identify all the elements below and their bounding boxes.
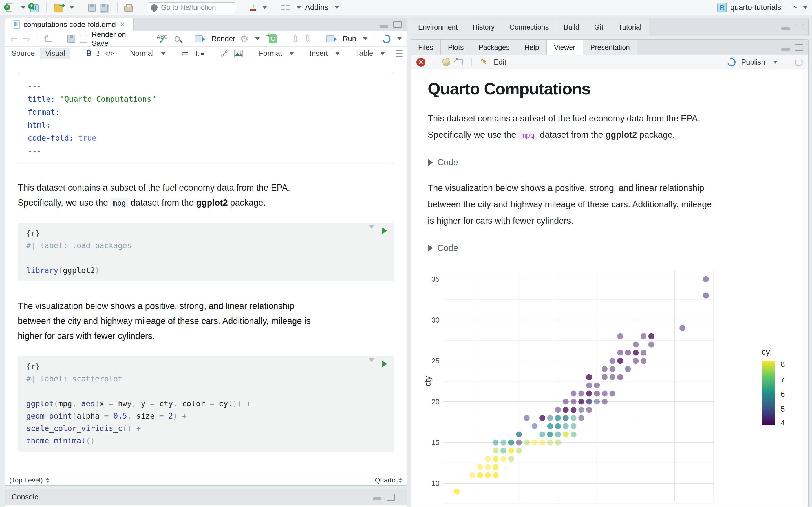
run-previous-icon[interactable]: ⇧ — [292, 34, 299, 44]
table-caret[interactable] — [380, 52, 385, 55]
popout-editor-icon[interactable] — [45, 36, 52, 42]
format-caret[interactable] — [289, 52, 294, 55]
code-chunk-load-packages[interactable]: {r}#| label: load-packages library(ggplo… — [18, 223, 395, 281]
image-icon[interactable] — [234, 50, 243, 57]
y-axis-labels: 101520253035 — [432, 275, 440, 488]
link-icon[interactable]: 🔗︎ — [220, 49, 229, 58]
yaml-front-matter[interactable]: ---title: "Quarto Computations"format: h… — [18, 73, 395, 165]
scope-indicator[interactable]: (Top Level) — [9, 476, 43, 484]
tab-plots[interactable]: Plots — [441, 40, 471, 55]
minimize-pane-icon[interactable] — [781, 27, 790, 30]
minimize-console-icon[interactable] — [373, 497, 382, 500]
run-chunk-icon[interactable] — [382, 227, 387, 234]
pane-layout-icon[interactable] — [281, 3, 290, 12]
bullet-list-icon[interactable]: ≔ — [181, 49, 188, 58]
paragraph-style-select[interactable]: Normal — [130, 49, 154, 58]
code-fold-1[interactable]: Code — [428, 158, 803, 168]
maximize-pane-icon[interactable] — [795, 24, 803, 31]
save-icon[interactable] — [88, 4, 96, 11]
edit-icon[interactable] — [480, 58, 488, 66]
new-file-dropdown-caret[interactable] — [21, 6, 26, 9]
visual-mode-button[interactable]: Visual — [40, 48, 70, 59]
viewer-scrollbar[interactable] — [803, 69, 808, 507]
filetype-indicator[interactable]: Quarto — [375, 476, 396, 484]
back-icon[interactable]: ⇦ — [10, 33, 18, 45]
close-tab-icon[interactable]: ✕ — [119, 20, 125, 29]
numbered-list-icon[interactable]: ⒈≡ — [193, 48, 205, 58]
forward-icon[interactable]: ⇨ — [22, 33, 31, 45]
tab-help[interactable]: Help — [517, 40, 546, 55]
save-doc-icon[interactable] — [67, 35, 75, 43]
document-canvas[interactable]: ---title: "Quarto Computations"format: h… — [5, 60, 407, 474]
run-icon — [326, 36, 335, 42]
code-chunk-scatterplot[interactable]: {r}#| label: scatterplot ggplot(mpg, aes… — [18, 356, 395, 452]
insert-chunk-icon[interactable]: C — [269, 34, 276, 43]
run-next-icon[interactable]: ⇩ — [304, 34, 311, 44]
run-chunk-icon[interactable] — [382, 360, 387, 367]
paragraph-1[interactable]: This dataset contains a subset of the fu… — [18, 180, 396, 211]
run-chunks-above-icon[interactable] — [368, 227, 375, 234]
tab-presentation[interactable]: Presentation — [583, 40, 638, 55]
render-on-save-checkbox[interactable] — [80, 35, 87, 43]
render-button[interactable]: Render — [211, 34, 235, 43]
insert-caret[interactable] — [335, 52, 340, 55]
insert-menu[interactable]: Insert — [310, 49, 328, 58]
edit-button[interactable]: Edit — [494, 58, 506, 66]
minimize-pane-icon[interactable] — [380, 25, 388, 27]
tab-files[interactable]: Files — [411, 40, 441, 55]
tab-environment[interactable]: Environment — [411, 18, 465, 36]
open-in-browser-icon[interactable] — [456, 59, 463, 65]
table-menu[interactable]: Table — [356, 49, 373, 58]
source-mode-button[interactable]: Source — [11, 49, 35, 58]
render-options-caret[interactable] — [255, 38, 260, 40]
addins-button[interactable]: Addins — [305, 3, 328, 12]
console-header[interactable]: Console — [5, 489, 407, 505]
minimize-pane-icon[interactable] — [781, 48, 790, 51]
tab-tutorial[interactable]: Tutorial — [611, 18, 649, 36]
maximize-console-icon[interactable] — [387, 494, 395, 501]
paragraph-style-caret[interactable] — [161, 52, 165, 55]
render-options-gear-icon[interactable]: ⚙ — [240, 33, 248, 45]
new-project-icon[interactable]: R+ — [29, 3, 40, 13]
maximize-pane-icon[interactable] — [393, 21, 402, 28]
run-button[interactable]: Run — [343, 34, 356, 43]
data-point — [555, 424, 561, 429]
tab-connections[interactable]: Connections — [502, 18, 556, 36]
goto-file-input[interactable]: Go to file/function — [147, 2, 236, 13]
run-caret[interactable] — [363, 38, 367, 40]
outline-toggle-icon[interactable]: ☰ — [395, 48, 403, 59]
tab-packages[interactable]: Packages — [471, 40, 517, 55]
code-format-icon[interactable]: </> — [104, 50, 114, 57]
italic-icon[interactable]: I — [97, 49, 99, 58]
stop-icon[interactable]: ✕ — [416, 58, 425, 67]
publish-button[interactable]: Publish — [741, 58, 765, 66]
tab-history[interactable]: History — [465, 18, 502, 36]
find-replace-icon[interactable] — [174, 36, 180, 42]
maximize-pane-icon[interactable] — [795, 44, 803, 51]
run-chunks-above-icon[interactable] — [368, 360, 375, 368]
paragraph-2[interactable]: The visualization below shows a positive… — [18, 298, 396, 343]
clear-viewer-icon[interactable] — [442, 57, 451, 67]
print-icon[interactable] — [124, 4, 133, 11]
source-refresh-icon[interactable] — [381, 33, 392, 44]
format-menu[interactable]: Format — [259, 49, 282, 58]
project-menu[interactable]: R quarto-tutorials — ~ — [717, 3, 808, 12]
open-file-icon[interactable]: ➜ — [53, 3, 63, 13]
tab-viewer[interactable]: Viewer — [547, 40, 583, 55]
refresh-viewer-icon[interactable] — [795, 58, 803, 66]
source-refresh-caret[interactable] — [397, 38, 402, 40]
vcs-diff-icon[interactable]: + — [250, 4, 256, 11]
open-recent-dropdown-caret[interactable] — [70, 6, 74, 9]
pane-layout-caret[interactable] — [297, 6, 301, 9]
publish-caret[interactable] — [773, 61, 777, 64]
addins-caret[interactable] — [335, 6, 339, 9]
vcs-dropdown-caret[interactable] — [262, 6, 267, 9]
tab-git[interactable]: Git — [587, 18, 611, 36]
code-fold-2[interactable]: Code — [428, 243, 803, 253]
save-all-icon[interactable] — [100, 4, 108, 11]
editor-tab[interactable]: computations-code-fold.qmd ✕ — [5, 18, 134, 31]
tab-build[interactable]: Build — [556, 18, 587, 36]
spellcheck-icon[interactable]: ABC — [157, 34, 170, 44]
bold-icon[interactable]: B — [86, 49, 92, 58]
new-file-icon[interactable]: + — [4, 3, 15, 13]
